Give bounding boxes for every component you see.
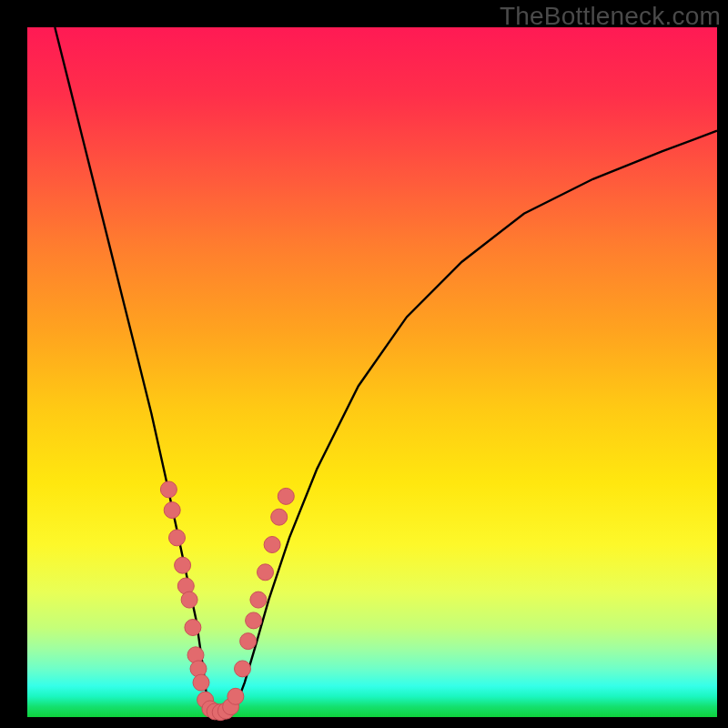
marker-dot: [185, 620, 201, 636]
marker-dot: [271, 509, 288, 525]
marker-dot: [160, 481, 177, 498]
marker-dot: [246, 612, 262, 629]
marker-dots-layer: [160, 481, 294, 721]
marker-dot: [235, 661, 251, 677]
outer-frame: TheBottleneck.com: [0, 0, 728, 728]
marker-dot: [181, 592, 197, 608]
marker-dot: [228, 688, 244, 704]
curve-layer: [55, 27, 717, 713]
marker-dot: [250, 592, 267, 608]
watermark-text: TheBottleneck.com: [500, 2, 721, 31]
marker-dot: [169, 530, 186, 546]
marker-dot: [164, 502, 180, 519]
marker-dot: [193, 674, 209, 691]
marker-dot: [175, 557, 191, 573]
marker-dot: [264, 537, 280, 553]
marker-dot: [258, 564, 274, 581]
marker-dot: [278, 488, 294, 504]
chart-svg: [27, 27, 717, 717]
marker-dot: [240, 633, 257, 650]
bottleneck-curve: [55, 27, 717, 713]
